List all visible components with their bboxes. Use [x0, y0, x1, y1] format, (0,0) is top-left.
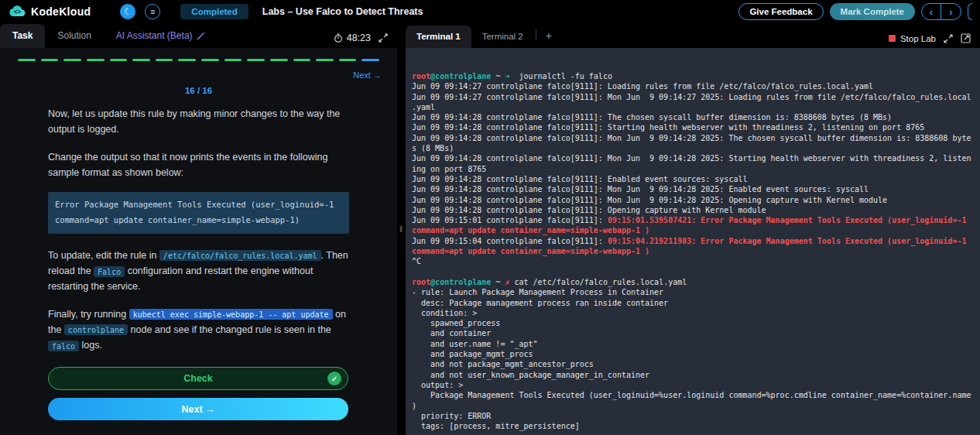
terminal-line: and container [412, 328, 975, 338]
svg-text:<>: <> [14, 9, 22, 15]
progress-step-6 [132, 59, 150, 61]
progress-steps [0, 48, 397, 61]
terminal-line: Jun 09 09:14:27 controlplane falco[9111]… [412, 92, 975, 102]
tab-terminal-1[interactable]: Terminal 1 [406, 26, 471, 48]
terminal-line: s (8 MBs) [412, 143, 975, 153]
tab-solution[interactable]: Solution [45, 24, 103, 48]
task-paragraph: Finally, try running kubectl exec simple… [48, 307, 349, 354]
progress-step-3 [63, 59, 81, 61]
progress-step-14 [316, 59, 334, 61]
terminal-line: spawned_process [412, 318, 975, 328]
next-step-link[interactable]: Next → [0, 61, 397, 80]
progress-step-4 [87, 59, 105, 61]
terminal-line: Jun 09 09:14:28 controlplane falco[9111]… [412, 205, 975, 215]
give-feedback-button[interactable]: Give Feedback [738, 3, 823, 20]
terminal-line: Jun 09 09:14:27 controlplane falco[9111]… [412, 81, 975, 91]
stop-lab-button[interactable]: Stop Lab [889, 34, 936, 43]
terminal-line: .yaml [412, 102, 975, 112]
panel-resize-handle[interactable]: ‖ [397, 23, 406, 435]
task-panel: Task Solution AI Assistant (Beta) 48:23 [0, 23, 397, 435]
progress-step-15 [339, 59, 357, 61]
theme-toggle-button[interactable]: ☾ [120, 4, 135, 19]
terminal-line: Jun 09 09:14:28 controlplane falco[9111]… [412, 174, 975, 184]
progress-step-11 [247, 59, 265, 61]
new-terminal-button[interactable]: + [538, 25, 560, 48]
task-paragraph: Change the output so that it now prints … [48, 149, 349, 181]
stopwatch-icon [334, 33, 343, 43]
task-tabbar: Task Solution AI Assistant (Beta) 48:23 [0, 23, 397, 48]
status-badge: Completed [180, 4, 248, 19]
terminal-tabbar: Terminal 1 Terminal 2 + Stop Lab [406, 23, 980, 48]
terminal-line: and not package_mgmt_ancestor_procs [412, 359, 975, 369]
terminal-line: condition: > [412, 308, 975, 318]
terminal-line: desc: Package management process ran ins… [412, 298, 975, 308]
terminal-panel: Terminal 1 Terminal 2 + Stop Lab root@co… [406, 23, 980, 435]
terminal-line: Jun 09 09:14:28 controlplane falco[9111]… [412, 184, 975, 194]
tab-terminal-2[interactable]: Terminal 2 [471, 26, 534, 48]
terminal-line: ^C [412, 256, 975, 266]
terminal-line: Jun 09 09:14:28 controlplane falco[9111]… [412, 112, 975, 122]
progress-step-1 [18, 59, 36, 61]
terminal-line: - rule: Launch Package Management Proces… [412, 287, 975, 297]
main-split: Task Solution AI Assistant (Beta) 48:23 [0, 23, 980, 435]
terminal-line: and not user_known_package_manager_in_co… [412, 370, 975, 380]
expand-panel-icon[interactable] [379, 33, 388, 43]
brand[interactable]: <> KodeKloud [9, 5, 91, 18]
terminal-output[interactable]: root@controlplane ~ ➜ journalctl -fu fal… [406, 48, 980, 435]
step-nav: ‹ › [921, 3, 961, 20]
progress-step-5 [110, 59, 128, 61]
progress-step-13 [293, 59, 311, 61]
progress-step-2 [41, 59, 59, 61]
next-step-button[interactable]: › [941, 4, 961, 19]
open-in-new-window-icon[interactable] [961, 33, 971, 43]
topbar-actions: Give Feedback Mark Complete ‹ › [738, 3, 972, 20]
terminal-line: Jun 09 09:15:01 controlplane falco[9111]… [412, 215, 975, 225]
topbar: <> KodeKloud ☾ ≡ Completed Labs – Use Fa… [0, 0, 980, 23]
terminal-line: Jun 09 09:14:28 controlplane falco[9111]… [412, 133, 975, 143]
terminal-line: ing on port 8765 [412, 164, 975, 174]
clipped-edge-control [968, 3, 972, 20]
kodekloud-logo-icon: <> [9, 5, 26, 18]
terminal-line: priority: ERROR [412, 411, 975, 421]
progress-step-8 [178, 59, 196, 61]
terminal-line: and user.name != "_apt" [412, 339, 975, 349]
terminal-line: Jun 09 09:14:28 controlplane falco[9111]… [412, 122, 975, 132]
inline-code: Falco [94, 266, 125, 277]
magic-wand-icon [197, 32, 205, 40]
terminal-line: command=apt update container_name=simple… [412, 246, 975, 256]
terminal-line: Jun 09 09:14:28 controlplane falco[9111]… [412, 153, 975, 163]
expand-terminal-icon[interactable] [944, 34, 953, 43]
progress-step-10 [224, 59, 242, 61]
inline-code: falco [48, 341, 79, 351]
tab-task[interactable]: Task [0, 24, 45, 48]
terminal-line: tags: [process, mitre_persistence] [412, 421, 975, 431]
progress-step-16 [362, 59, 379, 61]
terminal-line: Package Management Tools Executed (user_… [412, 390, 975, 400]
mark-complete-button[interactable]: Mark Complete [830, 3, 915, 20]
terminal-line: output: > [412, 380, 975, 390]
task-paragraph: Now, let us update this rule by making m… [48, 106, 349, 138]
tab-ai-assistant[interactable]: AI Assistant (Beta) [104, 24, 218, 48]
task-paragraph: To update, edit the rule in /etc/falco/f… [48, 248, 349, 295]
inline-code: /etc/falco/falco_rules.local.yaml [159, 250, 321, 261]
terminal-line: ) [412, 401, 975, 411]
next-task-button[interactable]: Next → [48, 398, 348, 420]
check-button[interactable]: Check ✓ [48, 367, 348, 390]
progress-step-7 [156, 59, 173, 61]
task-instructions: Now, let us update this rule by making m… [0, 95, 397, 353]
step-counter: 16 / 16 [0, 80, 397, 95]
terminal-line: and package_mgmt_procs [412, 349, 975, 359]
menu-button[interactable]: ≡ [145, 4, 160, 19]
inline-code: controlplane [64, 324, 128, 335]
inline-code: kubectl exec simple-webapp-1 -- apt upda… [129, 309, 333, 320]
terminal-line: Jun 09 09:15:04 controlplane falco[9111]… [412, 236, 975, 246]
page-title: Labs – Use Falco to Detect Threats [262, 6, 423, 17]
check-success-icon: ✓ [327, 372, 341, 385]
brand-name: KodeKloud [31, 5, 91, 18]
stop-icon [889, 35, 896, 42]
terminal-line: root@controlplane ~ ✗ cat /etc/falco/fal… [412, 277, 975, 287]
terminal-line: command=apt update container_name=simple… [412, 225, 975, 235]
lab-timer: 48:23 [334, 33, 371, 43]
progress-step-9 [201, 59, 219, 61]
prev-step-button[interactable]: ‹ [922, 4, 941, 19]
